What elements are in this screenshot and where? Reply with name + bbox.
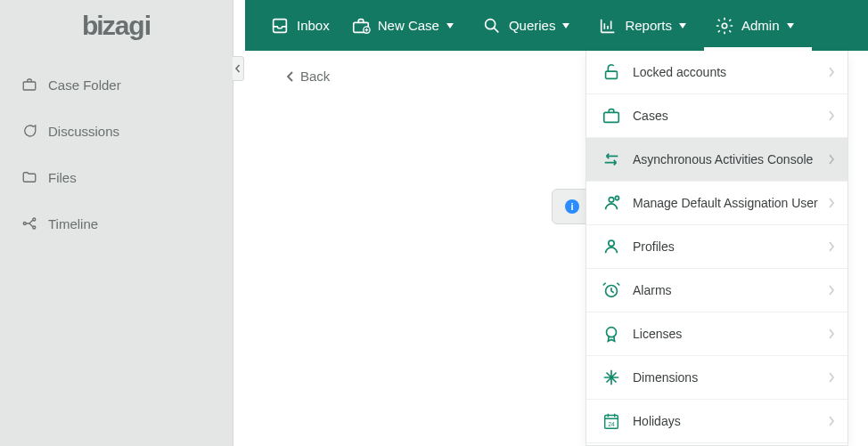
sidebar-label: Timeline xyxy=(48,216,98,231)
admin-item-cases[interactable]: Cases xyxy=(586,94,848,138)
svg-rect-9 xyxy=(604,112,619,122)
chevron-right-icon xyxy=(828,285,835,296)
chevron-right-icon xyxy=(828,67,835,77)
user-gear-icon xyxy=(602,193,621,213)
admin-item-profiles[interactable]: Profiles xyxy=(586,225,848,269)
nav-admin[interactable]: Admin xyxy=(704,0,812,51)
chevron-right-icon xyxy=(828,198,835,208)
svg-point-3 xyxy=(33,226,36,229)
nav-reports[interactable]: Reports xyxy=(587,0,704,51)
sidebar-item-case-folder[interactable]: Case Folder xyxy=(0,61,233,108)
admin-item-label: Manage Default Assignation User xyxy=(633,196,818,210)
sidebar-label: Discussions xyxy=(48,124,119,139)
sidebar-collapse-button[interactable] xyxy=(233,56,244,81)
admin-item-alarms[interactable]: Alarms xyxy=(586,269,848,312)
admin-item-label: Cases xyxy=(633,109,668,123)
svg-point-14 xyxy=(607,328,617,337)
admin-item-licenses[interactable]: Licenses xyxy=(586,312,848,356)
timeline-icon xyxy=(21,215,37,231)
chevron-right-icon xyxy=(828,372,835,383)
admin-item-holidays[interactable]: 24 Holidays xyxy=(586,400,848,443)
svg-point-12 xyxy=(609,240,614,246)
chevron-right-icon xyxy=(828,328,835,339)
svg-point-7 xyxy=(722,23,727,28)
alarm-icon xyxy=(602,280,621,300)
svg-point-10 xyxy=(609,198,614,203)
back-label: Back xyxy=(300,69,330,84)
admin-item-label: Alarms xyxy=(633,283,672,297)
admin-item-label: Locked accounts xyxy=(633,65,726,79)
sidebar-label: Files xyxy=(48,170,77,185)
chevron-left-icon xyxy=(286,71,295,82)
nav-label: Queries xyxy=(509,18,556,33)
sidebar-items: Case Folder Discussions Files Timeline xyxy=(0,51,233,247)
topbar: Inbox New Case Queries Reports Admin xyxy=(245,0,868,51)
admin-item-label: Holidays xyxy=(633,414,681,428)
admin-dropdown[interactable]: Locked accounts Cases Asynchronous Activ… xyxy=(585,51,848,446)
nav-inbox[interactable]: Inbox xyxy=(259,0,340,51)
svg-rect-8 xyxy=(606,71,618,78)
chevron-left-icon xyxy=(234,64,242,73)
briefcase-plus-icon xyxy=(351,16,371,36)
briefcase-icon xyxy=(21,77,37,93)
admin-item-default-assignation[interactable]: Manage Default Assignation User xyxy=(586,182,848,225)
briefcase-icon xyxy=(602,106,621,126)
chevron-down-icon xyxy=(679,23,693,28)
sidebar-item-files[interactable]: Files xyxy=(0,154,233,200)
sidebar-label: Case Folder xyxy=(48,77,121,93)
brand-logo: bizagi xyxy=(0,0,233,51)
gear-icon xyxy=(715,16,734,36)
chevron-down-icon xyxy=(562,23,577,28)
admin-item-locked-accounts[interactable]: Locked accounts xyxy=(586,51,848,94)
nav-label: Admin xyxy=(741,18,780,33)
chevron-right-icon xyxy=(828,110,835,121)
admin-item-label: Asynchronous Activities Console xyxy=(633,152,813,166)
search-icon xyxy=(482,16,502,36)
lock-open-icon xyxy=(602,62,621,82)
admin-item-label: Licenses xyxy=(633,327,682,341)
back-button[interactable]: Back xyxy=(286,69,330,84)
chart-icon xyxy=(598,16,618,36)
chevron-right-icon xyxy=(828,241,835,252)
admin-item-label: Profiles xyxy=(633,239,675,254)
sidebar-item-discussions[interactable]: Discussions xyxy=(0,108,233,154)
brand-text: bizagi xyxy=(82,11,151,41)
folder-icon xyxy=(21,169,37,185)
license-icon xyxy=(602,324,621,344)
inbox-icon xyxy=(270,16,290,36)
chevron-right-icon xyxy=(828,416,835,426)
async-icon xyxy=(602,150,621,169)
chat-icon xyxy=(21,123,37,139)
info-icon: i xyxy=(565,199,579,214)
admin-item-async-activities[interactable]: Asynchronous Activities Console xyxy=(586,138,848,182)
svg-point-1 xyxy=(23,223,26,225)
nav-queries[interactable]: Queries xyxy=(471,0,588,51)
svg-rect-0 xyxy=(23,82,36,90)
admin-item-label: Dimensions xyxy=(633,370,698,385)
user-icon xyxy=(602,237,621,256)
sidebar-item-timeline[interactable]: Timeline xyxy=(0,200,233,247)
chevron-right-icon xyxy=(828,154,835,165)
nav-label: Inbox xyxy=(297,18,330,33)
sidebar: bizagi Case Folder Discussions Files Tim… xyxy=(0,0,233,446)
nav-new-case[interactable]: New Case xyxy=(340,0,471,51)
svg-point-6 xyxy=(486,19,495,28)
chevron-down-icon xyxy=(446,23,461,28)
admin-item-dimensions[interactable]: Dimensions xyxy=(586,356,848,400)
nav-label: Reports xyxy=(625,18,672,33)
nav-label: New Case xyxy=(378,18,439,33)
svg-point-2 xyxy=(33,218,36,221)
calendar-icon: 24 xyxy=(602,411,621,431)
svg-text:24: 24 xyxy=(608,421,615,427)
dimensions-icon xyxy=(602,368,621,387)
chevron-down-icon xyxy=(787,23,801,28)
